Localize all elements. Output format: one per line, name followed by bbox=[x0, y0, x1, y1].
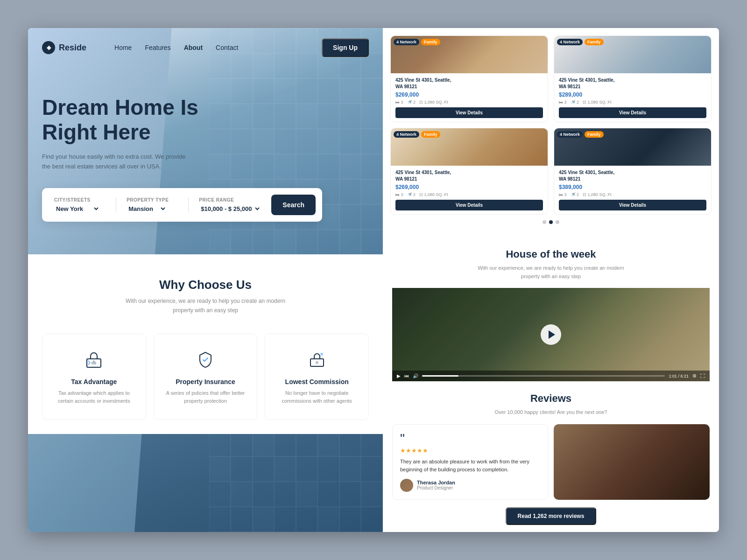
logo[interactable]: ◈ Reside bbox=[42, 41, 86, 54]
property-baths-3: 🚿 2 bbox=[571, 192, 579, 197]
why-title: Why Choose Us bbox=[42, 278, 369, 292]
properties-section: 4 Network Family 425 Vine St 4301, Seatt… bbox=[383, 28, 719, 237]
type-select[interactable]: Mansion Apartment Villa Condo bbox=[127, 205, 167, 213]
property-card-2: 4 Network Family 425 Vine St 4301, Seatt… bbox=[390, 128, 548, 215]
review-text: They are an absolute pleasure to work wi… bbox=[400, 458, 540, 474]
features-grid: Tax Advantage Tax advantage which applie… bbox=[42, 334, 369, 420]
reviews-section: Reviews Over 10,000 happy clients! Are y… bbox=[383, 381, 719, 532]
house-week-section: House of the week With our experience, w… bbox=[383, 237, 719, 381]
property-beds-2: 🛏 3 bbox=[395, 192, 403, 197]
property-price-0: $269,000 bbox=[395, 91, 543, 98]
view-details-button-3[interactable]: View Details bbox=[559, 200, 706, 210]
property-image-2: 4 Network Family bbox=[391, 128, 548, 166]
property-address-1: 425 Vine St 4301, Seattle,WA 98121 bbox=[559, 77, 706, 90]
property-sqft-0: ⊡ 1,080 SQ. Ft bbox=[419, 100, 448, 105]
video-controls: ▶ ⏮ 🔊 1:01 / 6:21 ⚙ ⛶ bbox=[392, 371, 710, 381]
feature-tax-desc: Tax advantage which applies to certain a… bbox=[52, 389, 136, 406]
nav-about[interactable]: About bbox=[184, 44, 203, 51]
feature-card-insurance: Property Insurance A series of policies … bbox=[154, 334, 258, 420]
family-badge-2: Family bbox=[421, 131, 440, 138]
property-card-1: 4 Network Family 425 Vine St 4301, Seatt… bbox=[554, 35, 712, 122]
property-badges-2: 4 Network Family bbox=[394, 131, 440, 138]
reviews-title: Reviews bbox=[392, 392, 710, 405]
property-price-2: $269,000 bbox=[395, 184, 543, 190]
right-panel: 4 Network Family 425 Vine St 4301, Seatt… bbox=[383, 28, 719, 532]
search-bar: City/Streets New York Los Angeles Chicag… bbox=[42, 188, 322, 222]
property-price-1: $289,000 bbox=[559, 91, 706, 98]
reviewer-info: Therasa Jordan Product Designer bbox=[417, 480, 455, 490]
hero-subtitle: Find your house easily with no extra cos… bbox=[42, 152, 191, 172]
property-badges-3: 4 Network Family bbox=[557, 131, 604, 138]
house-week-title: House of the week bbox=[392, 248, 710, 260]
signup-button[interactable]: Sign Up bbox=[322, 38, 369, 57]
reviewer-name: Therasa Jordan bbox=[417, 480, 455, 485]
property-badges-0: 4 Network Family bbox=[394, 39, 440, 45]
logo-icon: ◈ bbox=[42, 41, 55, 54]
property-beds-3: 🛏 3 bbox=[559, 192, 567, 197]
search-button[interactable]: Search bbox=[271, 195, 316, 215]
video-volume[interactable]: 🔊 bbox=[413, 373, 418, 378]
video-progress-bar[interactable] bbox=[422, 375, 665, 377]
type-label: Property Type bbox=[127, 197, 183, 203]
family-badge-3: Family bbox=[585, 131, 604, 138]
hero-title: Dream Home Is Right Here bbox=[42, 95, 201, 145]
property-sqft-3: ⊡ 1,080 SQ. Ft bbox=[583, 192, 612, 197]
navigation: ◈ Reside Home Features About Contact Sig… bbox=[28, 28, 383, 67]
video-time: 1:01 / 6:21 bbox=[669, 374, 689, 378]
property-baths-1: 🚿 2 bbox=[571, 100, 579, 105]
price-select[interactable]: $10,000 - $ 25,000 $25,000 - $50,000 $50… bbox=[199, 205, 261, 213]
tax-icon bbox=[82, 348, 106, 371]
commission-icon bbox=[305, 348, 329, 371]
property-details-0: 🛏 3 🚿 2 ⊡ 1,080 SQ. Ft bbox=[395, 100, 543, 105]
price-label: Price Range bbox=[199, 197, 261, 203]
feature-insurance-desc: A series of policies that offer better p… bbox=[163, 389, 248, 406]
property-baths-0: 🚿 2 bbox=[407, 100, 416, 105]
property-address-3: 425 Vine St 4301, Seattle,WA 98121 bbox=[559, 169, 706, 182]
quote-mark: " bbox=[400, 432, 540, 445]
svg-rect-1 bbox=[92, 362, 96, 364]
reviewer-avatar bbox=[400, 479, 413, 492]
property-info-3: 425 Vine St 4301, Seattle,WA 98121 $389,… bbox=[554, 166, 711, 214]
nav-home[interactable]: Home bbox=[114, 44, 132, 51]
family-badge-1: Family bbox=[585, 39, 604, 45]
view-details-button-1[interactable]: View Details bbox=[559, 107, 706, 118]
video-rewind[interactable]: ⏮ bbox=[404, 373, 409, 378]
network-badge-1: 4 Network bbox=[557, 39, 583, 45]
feature-card-tax: Tax Advantage Tax advantage which applie… bbox=[42, 334, 146, 420]
video-settings[interactable]: ⚙ bbox=[692, 373, 697, 378]
read-more-button[interactable]: Read 1,262 more reviews bbox=[506, 507, 597, 525]
logo-text: Reside bbox=[59, 43, 86, 53]
property-card-3: 4 Network Family 425 Vine St 4301, Seatt… bbox=[554, 128, 712, 215]
dot-3[interactable] bbox=[556, 220, 559, 224]
property-beds-0: 🛏 3 bbox=[395, 100, 403, 105]
video-play-pause[interactable]: ▶ bbox=[397, 373, 401, 378]
review-card-main: " ★★★★★ They are an absolute pleasure to… bbox=[392, 424, 548, 500]
city-field: City/Streets New York Los Angeles Chicag… bbox=[49, 197, 116, 213]
property-address-2: 425 Vine St 4301, Seattle,WA 98121 bbox=[395, 169, 543, 182]
property-sqft-2: ⊡ 1,080 SQ. Ft bbox=[419, 192, 448, 197]
reviews-subtitle: Over 10,000 happy clients! Are you the n… bbox=[392, 408, 710, 417]
dot-2[interactable] bbox=[549, 220, 553, 224]
reviews-grid: " ★★★★★ They are an absolute pleasure to… bbox=[392, 424, 710, 500]
insurance-icon bbox=[194, 348, 217, 371]
type-field: Property Type Mansion Apartment Villa Co… bbox=[121, 197, 189, 213]
video-container[interactable]: ▶ ⏮ 🔊 1:01 / 6:21 ⚙ ⛶ bbox=[392, 288, 710, 381]
nav-contact[interactable]: Contact bbox=[216, 44, 238, 51]
feature-card-commission: Lowest Commission No longer have to nego… bbox=[265, 334, 369, 420]
property-details-2: 🛏 3 🚿 2 ⊡ 1,080 SQ. Ft bbox=[395, 192, 543, 197]
feature-commission-desc: No longer have to negotiate commissions … bbox=[275, 389, 359, 406]
house-week-subtitle: With our experience, we are ready to hel… bbox=[392, 264, 710, 280]
dot-1[interactable] bbox=[543, 220, 546, 224]
property-beds-1: 🛏 3 bbox=[559, 100, 567, 105]
video-fullscreen[interactable]: ⛶ bbox=[700, 373, 705, 378]
nav-features[interactable]: Features bbox=[145, 44, 170, 51]
why-subtitle: With our experience, we are ready to hel… bbox=[42, 297, 369, 315]
view-details-button-0[interactable]: View Details bbox=[395, 107, 543, 118]
city-select[interactable]: New York Los Angeles Chicago bbox=[54, 205, 100, 213]
review-stars: ★★★★★ bbox=[400, 447, 540, 454]
feature-insurance-title: Property Insurance bbox=[163, 378, 248, 385]
property-baths-2: 🚿 2 bbox=[407, 192, 416, 197]
play-button[interactable] bbox=[541, 324, 561, 345]
network-badge-0: 4 Network bbox=[394, 39, 419, 45]
view-details-button-2[interactable]: View Details bbox=[395, 200, 543, 210]
